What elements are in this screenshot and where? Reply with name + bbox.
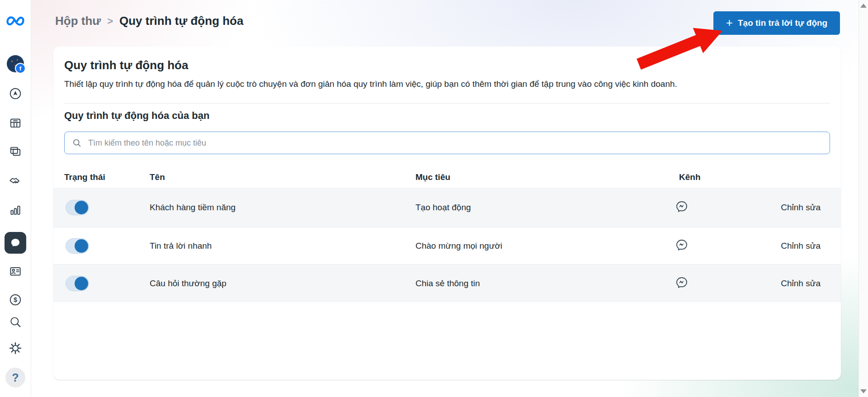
column-header-name: Tên <box>150 172 165 182</box>
search-icon <box>9 315 22 329</box>
edit-link[interactable]: Chỉnh sửa <box>781 241 821 251</box>
automation-name: Khách hàng tiềm năng <box>150 203 236 213</box>
sidebar-item-insights[interactable] <box>9 203 22 217</box>
breadcrumb-inbox-link[interactable]: Hộp thư <box>55 14 101 28</box>
create-automated-reply-button[interactable]: + Tạo tin trả lời tự động <box>713 11 840 35</box>
contact-card-icon <box>9 265 22 278</box>
table-row: Tin trả lời nhanh Chào mừng mọi người Ch… <box>53 227 841 265</box>
chat-bubble-icon <box>9 236 22 250</box>
table-row: Khách hàng tiềm năng Tạo hoạt động Chỉnh… <box>53 188 841 227</box>
section-title: Quy trình tự động hóa của bạn <box>64 110 209 122</box>
svg-text:$: $ <box>14 296 17 303</box>
card-title: Quy trình tự động hóa <box>64 58 188 72</box>
sidebar-item-ads[interactable] <box>9 87 22 100</box>
column-header-channel: Kênh <box>679 172 701 182</box>
content-icon <box>9 145 22 158</box>
sidebar-item-inbox-selected[interactable] <box>5 232 26 254</box>
table-header: Trạng thái Tên Mục tiêu Kênh <box>53 170 841 188</box>
card-description: Thiết lập quy trình tự động hóa để quản … <box>64 79 677 89</box>
facebook-badge-icon: f <box>15 63 26 74</box>
automation-objective: Tạo hoạt động <box>415 203 471 213</box>
sidebar-item-settings[interactable] <box>9 341 22 355</box>
sidebar-item-planner[interactable] <box>9 116 22 130</box>
sidebar: f <box>0 0 31 397</box>
help-button[interactable]: ? <box>5 368 25 388</box>
automation-search-box <box>64 132 830 154</box>
meta-business-suite-page: f <box>0 0 868 397</box>
page-avatar[interactable]: f <box>7 55 24 72</box>
search-icon <box>72 138 82 148</box>
automation-objective: Chia sẻ thông tin <box>415 279 480 288</box>
automation-card: Quy trình tự động hóa Thiết lập quy trìn… <box>53 47 841 380</box>
messenger-icon <box>675 238 688 253</box>
toggle-knob <box>75 277 88 290</box>
create-button-label: Tạo tin trả lời tự động <box>738 18 827 28</box>
avatar: f <box>7 55 24 72</box>
scroll-down-arrow[interactable] <box>860 389 867 393</box>
edit-link[interactable]: Chỉnh sửa <box>781 203 821 213</box>
sidebar-item-partnerships[interactable] <box>9 175 22 188</box>
dollar-circle-icon: $ <box>9 293 22 307</box>
sidebar-item-contacts[interactable] <box>9 265 22 278</box>
avatar-texture <box>11 61 13 62</box>
automation-name: Tin trả lời nhanh <box>150 241 212 251</box>
gear-icon <box>9 341 22 355</box>
edit-link[interactable]: Chỉnh sửa <box>781 279 821 288</box>
page-title: Quy trình tự động hóa <box>119 14 243 28</box>
status-toggle[interactable] <box>66 238 89 254</box>
planner-icon <box>9 116 22 130</box>
search-input[interactable] <box>87 138 822 148</box>
table-row: Câu hỏi thường gặp Chia sẻ thông tin Chỉ… <box>53 265 841 302</box>
plus-icon: + <box>726 17 733 28</box>
status-toggle[interactable] <box>66 200 89 215</box>
chevron-right-icon: > <box>107 15 113 27</box>
meta-logo[interactable] <box>5 14 25 28</box>
divider <box>64 103 830 104</box>
sidebar-item-content[interactable] <box>9 145 22 158</box>
scrollbar[interactable] <box>859 0 868 397</box>
automation-name: Câu hỏi thường gặp <box>150 279 226 288</box>
messenger-icon <box>675 276 688 291</box>
bar-chart-icon <box>9 203 22 217</box>
toggle-knob <box>75 239 88 253</box>
column-header-objective: Mục tiêu <box>415 172 450 182</box>
toggle-knob <box>75 201 88 214</box>
automation-objective: Chào mừng mọi người <box>415 241 502 251</box>
scroll-up-arrow[interactable] <box>860 4 867 8</box>
help-icon: ? <box>12 371 19 384</box>
sidebar-item-monetization[interactable]: $ <box>9 293 22 307</box>
messenger-icon <box>675 200 688 215</box>
status-toggle[interactable] <box>66 276 89 291</box>
column-header-status: Trạng thái <box>64 172 105 182</box>
handshake-icon <box>9 175 22 188</box>
avatar-texture <box>17 59 18 61</box>
sidebar-item-search[interactable] <box>9 315 22 329</box>
breadcrumb: Hộp thư > Quy trình tự động hóa <box>55 13 243 29</box>
